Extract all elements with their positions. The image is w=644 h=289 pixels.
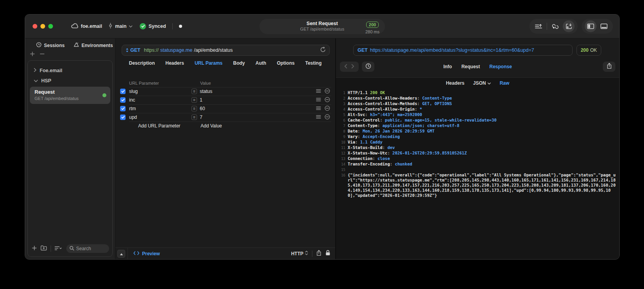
param-checkbox[interactable] [120, 115, 126, 120]
subtab-raw[interactable]: Raw [500, 80, 509, 86]
import-export-button[interactable] [563, 20, 575, 32]
request-list-item-selected[interactable]: Request GET /api/embed/status [30, 87, 110, 104]
sort-options-button[interactable] [55, 245, 62, 252]
request-tabs: DescriptionHeadersURL ParamsBodyAuthOpti… [115, 56, 335, 71]
share-request-button[interactable] [316, 250, 321, 258]
response-code[interactable]: 1HTTP/1.1 200 OK2Access-Control-Allow-He… [336, 89, 619, 259]
close-window-button[interactable] [33, 24, 37, 29]
resend-button[interactable] [320, 47, 326, 54]
reorder-handle-icon[interactable] [316, 115, 321, 120]
param-name-cell[interactable]: upd [129, 115, 192, 120]
status-code-badge: 200 [366, 22, 379, 28]
sync-label: Synced [148, 24, 166, 29]
response-request-url[interactable]: GET https://statuspage.me/api/embed/stat… [353, 45, 573, 56]
tree-group-foe-email[interactable]: Foe.email [30, 65, 110, 76]
lock-button[interactable] [325, 250, 330, 257]
param-row: slug = status [115, 87, 335, 96]
line-number: 6 [336, 118, 348, 123]
divider [128, 248, 128, 260]
param-value-cell[interactable]: status [200, 89, 212, 94]
remove-item-button[interactable] [40, 51, 45, 58]
tab-options[interactable]: Options [277, 60, 294, 66]
tree-group-hsp[interactable]: HSP [30, 76, 110, 86]
value-type-selector[interactable]: = [192, 106, 197, 111]
chevron-right-icon [34, 68, 36, 73]
import-export-box-icon [566, 23, 572, 30]
tab-sessions[interactable]: Sessions [36, 42, 65, 49]
remove-param-icon[interactable] [325, 114, 330, 121]
tab-headers[interactable]: Headers [166, 60, 184, 66]
param-value-cell[interactable]: 1 [200, 97, 203, 103]
minimize-window-button[interactable] [40, 24, 45, 29]
request-order-button[interactable] [533, 20, 544, 32]
param-checkbox[interactable] [120, 97, 126, 103]
sidebar: Sessions Environments Foe.emai [25, 38, 115, 259]
tab-url-params[interactable]: URL Params [195, 60, 223, 66]
sync-status[interactable]: Synced [140, 23, 166, 29]
add-param-cell[interactable]: Add URL Parameter [129, 123, 201, 129]
param-checkbox[interactable] [120, 89, 126, 94]
param-row: upd = 7 [115, 113, 335, 122]
forward-button[interactable] [351, 63, 354, 70]
tab-body[interactable]: Body [233, 60, 245, 66]
param-name-cell[interactable]: rtm [129, 106, 192, 111]
tab-request[interactable]: Request [462, 64, 480, 69]
tab-description[interactable]: Description [129, 60, 155, 66]
new-request-button[interactable] [32, 245, 37, 252]
toggle-sidebar-button[interactable] [585, 20, 597, 32]
back-button[interactable] [344, 63, 347, 70]
value-type-selector[interactable]: = [192, 115, 197, 120]
param-checkbox[interactable] [120, 106, 126, 111]
divider [312, 251, 312, 257]
value-type-selector[interactable]: = [192, 89, 197, 94]
code-line: 5Alt-Svc: h3=":443"; ma=2592000 [336, 112, 616, 118]
remove-param-icon[interactable] [325, 105, 330, 112]
divider [51, 245, 51, 252]
tab-response[interactable]: Response [489, 64, 512, 69]
tab-testing[interactable]: Testing [305, 60, 322, 66]
toolbar-group-layout [582, 19, 613, 34]
new-folder-button[interactable] [40, 245, 47, 252]
param-value-cell[interactable]: 60 [200, 106, 205, 111]
request-url-bar[interactable]: GET https://statuspage.me/api/embed/stat… [122, 45, 330, 56]
add-item-button[interactable] [30, 51, 35, 58]
zoom-window-button[interactable] [48, 24, 53, 29]
value-type-selector[interactable]: = [192, 97, 197, 103]
param-name-cell[interactable]: slug [129, 89, 192, 94]
response-subtabs: HeadersJSONRaw [336, 78, 619, 89]
param-value-cell[interactable]: 7 [200, 115, 203, 120]
line-number: 8 [336, 129, 348, 134]
protocol-selector[interactable]: HTTP [291, 251, 308, 256]
response-tabs: InfoRequestResponse [443, 64, 512, 69]
sent-request-summary[interactable]: Sent Request GET /api/embed/status 200 2… [259, 19, 385, 34]
subtab-json[interactable]: JSON [473, 80, 491, 86]
code-line: 13Connection: close [336, 156, 616, 162]
reorder-handle-icon[interactable] [316, 89, 321, 94]
subtab-headers[interactable]: Headers [446, 80, 464, 86]
remove-param-icon[interactable] [325, 88, 330, 95]
search-input[interactable] [76, 246, 106, 251]
workspace-selector[interactable]: foe.email [71, 23, 102, 30]
method-label[interactable]: GET [130, 47, 140, 53]
share-icon [607, 63, 612, 71]
history-button[interactable] [362, 62, 374, 72]
tab-auth[interactable]: Auth [255, 60, 266, 66]
method-selector-icon[interactable] [126, 48, 129, 53]
reorder-handle-icon[interactable] [316, 97, 321, 103]
export-response-button[interactable] [603, 62, 615, 72]
tab-info[interactable]: Info [443, 64, 452, 69]
remove-param-icon[interactable] [325, 97, 330, 104]
desktop: foe.email main Synced Sent Request GET / [0, 0, 644, 289]
expand-panel-button[interactable] [117, 250, 125, 258]
toggle-bottom-panel-button[interactable] [598, 20, 610, 32]
branch-selector[interactable]: main [108, 23, 133, 30]
reorder-handle-icon[interactable] [316, 106, 321, 111]
sidebar-left-icon [587, 24, 594, 29]
dynamic-values-button[interactable] [549, 20, 561, 32]
tab-environments[interactable]: Environments [73, 42, 113, 49]
add-value-cell[interactable]: Add Value [201, 123, 222, 129]
sent-request-subtitle: GET /api/embed/status [300, 27, 344, 32]
param-name-cell[interactable]: inc [129, 97, 192, 103]
add-param-row: Add URL Parameter Add Value [115, 122, 335, 130]
preview-toggle[interactable]: Preview [133, 251, 160, 256]
